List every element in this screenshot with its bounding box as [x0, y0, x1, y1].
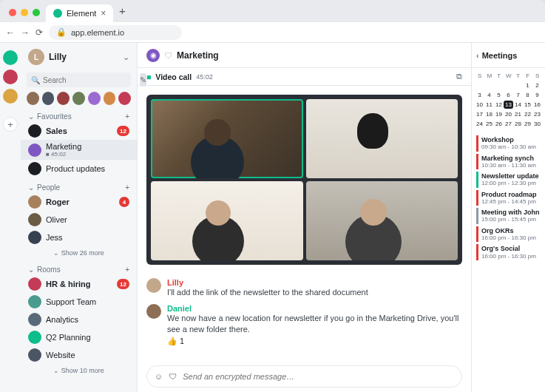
calendar-day[interactable]: 25	[484, 120, 494, 128]
add-item-icon[interactable]: +	[125, 266, 129, 274]
event-title: Newsletter update	[481, 172, 542, 180]
room-row[interactable]: Roger 4	[21, 193, 137, 211]
close-window-icon[interactable]	[9, 9, 16, 16]
omnibox[interactable]: 🔒 app.element.io	[49, 25, 182, 40]
calendar-day[interactable]	[513, 81, 523, 89]
calendar-day[interactable]: 28	[513, 120, 523, 128]
video-tile[interactable]	[306, 181, 458, 260]
calendar-day[interactable]: 6	[504, 91, 513, 99]
video-tile[interactable]	[151, 99, 303, 178]
video-tile[interactable]	[151, 181, 303, 260]
calendar-day[interactable]: 17	[475, 110, 484, 118]
user-avatar[interactable]: L	[28, 49, 44, 65]
calendar-day[interactable]	[475, 81, 484, 89]
dm-avatar[interactable]	[118, 92, 131, 105]
room-row[interactable]: Marketing■ 45:02	[21, 140, 137, 160]
dm-avatar[interactable]	[72, 92, 85, 105]
dm-avatar[interactable]	[27, 92, 39, 105]
room-row[interactable]: Website	[21, 346, 137, 364]
event-item[interactable]: Org OKRs 16:00 pm - 16:30 pm	[476, 226, 545, 243]
calendar-day[interactable]: 21	[513, 110, 523, 118]
room-row[interactable]: Q2 Planning	[21, 328, 137, 346]
calendar-day[interactable]: 19	[494, 110, 504, 118]
browser-tab[interactable]: Element ×	[46, 4, 113, 22]
calendar-day[interactable]: 2	[532, 81, 542, 89]
room-label: Jess	[46, 233, 129, 242]
calendar-day[interactable]: 12	[494, 101, 504, 109]
room-row[interactable]: Analytics	[21, 311, 137, 328]
calendar-day[interactable]: 15	[523, 101, 532, 109]
add-server-button[interactable]: +	[3, 117, 18, 132]
calendar-day[interactable]: 24	[475, 120, 484, 128]
room-row[interactable]: Product updates	[21, 160, 137, 178]
reaction[interactable]: 👍 1	[167, 337, 462, 346]
calendar-day[interactable]: 1	[523, 81, 532, 89]
event-title: Org's Social	[481, 245, 542, 252]
calendar-day[interactable]: 29	[523, 120, 532, 128]
event-item[interactable]: Product roadmap 12:45 pm - 14:45 pm	[476, 190, 545, 206]
calendar-day[interactable]: 23	[532, 110, 542, 118]
calendar-day[interactable]: 30	[532, 120, 542, 128]
add-item-icon[interactable]: +	[125, 112, 129, 121]
event-item[interactable]: Workshop 09:30 am - 10:30 am	[476, 135, 545, 152]
new-tab-button[interactable]: +	[113, 4, 131, 18]
calendar-day[interactable]	[504, 81, 513, 89]
server-item[interactable]	[3, 50, 18, 65]
video-tile[interactable]	[306, 99, 458, 178]
calendar-day[interactable]: 9	[532, 91, 542, 99]
calendar-day[interactable]: 3	[475, 91, 484, 99]
calendar-day[interactable]: 7	[513, 91, 523, 99]
section-header-favourites[interactable]: ⌄ Favourites +	[21, 109, 137, 122]
back-icon[interactable]: ←	[6, 27, 15, 38]
section-header-people[interactable]: ⌄ People +	[21, 180, 137, 193]
dm-avatar[interactable]	[57, 92, 70, 105]
calendar[interactable]: SMTWTFS 12345678910111213141516171819202…	[472, 68, 545, 130]
chevron-left-icon[interactable]: ‹	[476, 51, 479, 60]
calendar-day[interactable]	[494, 81, 504, 89]
pinned-bar[interactable]: ■ Video call 45:02 ⧉	[138, 68, 471, 86]
calendar-day[interactable]: 22	[523, 110, 532, 118]
search-box[interactable]: 🔍 ✎	[27, 72, 131, 87]
open-external-icon[interactable]: ⧉	[456, 72, 462, 81]
show-more-button[interactable]: Show 26 more	[21, 246, 137, 260]
server-item[interactable]	[3, 70, 18, 84]
event-item[interactable]: Meeting with John 15:00 pm - 15:45 pm	[476, 208, 545, 224]
calendar-day[interactable]: 13	[504, 101, 513, 109]
room-row[interactable]: Sales 12	[21, 122, 137, 140]
minimize-window-icon[interactable]	[21, 9, 28, 16]
dm-avatar[interactable]	[104, 92, 116, 105]
composer[interactable]: ☺ 🛡	[146, 365, 462, 388]
add-item-icon[interactable]: +	[125, 183, 129, 192]
dm-avatar[interactable]	[88, 92, 101, 105]
calendar-day[interactable]: 11	[484, 101, 494, 109]
calendar-day[interactable]: 27	[504, 120, 513, 128]
calendar-day[interactable]: 4	[484, 91, 494, 99]
maximize-window-icon[interactable]	[33, 9, 40, 16]
show-more-button[interactable]: Show 10 more	[21, 364, 137, 377]
chevron-down-icon[interactable]: ⌄	[123, 53, 129, 62]
event-item[interactable]: Org's Social 16:00 pm - 16:30 pm	[476, 244, 545, 260]
server-item[interactable]	[3, 89, 18, 104]
calendar-day[interactable]: 16	[532, 101, 542, 109]
room-row[interactable]: Jess	[21, 229, 137, 246]
forward-icon[interactable]: →	[21, 27, 30, 38]
reload-icon[interactable]: ⟳	[35, 27, 43, 38]
calendar-day[interactable]: 5	[494, 91, 504, 99]
calendar-day[interactable]: 20	[504, 110, 513, 118]
calendar-day[interactable]: 10	[475, 101, 484, 109]
dm-avatar[interactable]	[42, 92, 55, 105]
message-input[interactable]	[183, 372, 454, 381]
calendar-day[interactable]: 26	[494, 120, 504, 128]
calendar-day[interactable]	[484, 81, 494, 89]
search-input[interactable]	[43, 76, 137, 84]
calendar-day[interactable]: 18	[484, 110, 494, 118]
event-item[interactable]: Newsletter update 12:00 pm - 12:30 pm	[476, 172, 545, 188]
room-row[interactable]: Support Team	[21, 293, 137, 311]
calendar-day[interactable]: 14	[513, 101, 523, 109]
room-row[interactable]: HR & hiring 12	[21, 275, 137, 293]
room-row[interactable]: Oliver	[21, 211, 137, 229]
close-tab-icon[interactable]: ×	[101, 8, 106, 18]
event-item[interactable]: Marketing synch 10:30 am - 11:30 am	[476, 154, 545, 170]
section-header-rooms[interactable]: ⌄ Rooms +	[21, 263, 137, 275]
calendar-day[interactable]: 8	[523, 91, 532, 99]
